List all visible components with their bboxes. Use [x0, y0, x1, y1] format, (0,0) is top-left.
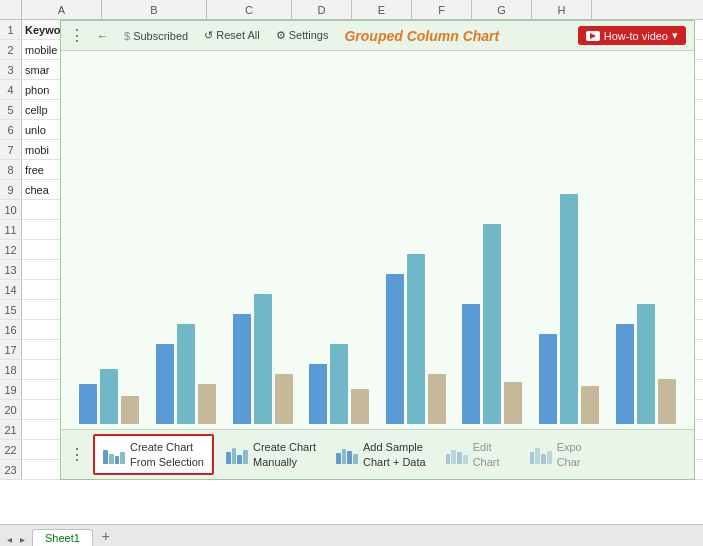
bar — [407, 254, 425, 424]
bar — [79, 384, 97, 424]
bar — [386, 274, 404, 424]
corner-cell — [0, 0, 22, 19]
col-header-e[interactable]: E — [352, 0, 412, 19]
col-header-b[interactable]: B — [102, 0, 207, 19]
bar — [581, 386, 599, 424]
bar — [330, 344, 348, 424]
bar — [504, 382, 522, 424]
bar — [637, 304, 655, 424]
chart-area — [61, 51, 694, 429]
bar — [309, 364, 327, 424]
bar — [198, 384, 216, 424]
row-num: 4 — [0, 80, 22, 99]
row-num: 8 — [0, 160, 22, 179]
bar — [121, 396, 139, 424]
add-sample-chart-button[interactable]: Add SampleChart + Data — [328, 436, 434, 473]
edit-chart-label: EditChart — [473, 440, 500, 469]
row-num: 22 — [0, 440, 22, 459]
col-header-c[interactable]: C — [207, 0, 292, 19]
row-num: 19 — [0, 380, 22, 399]
col-header-f[interactable]: F — [412, 0, 472, 19]
bar — [616, 324, 634, 424]
bar-group-2 — [156, 324, 216, 424]
bar-group-3 — [233, 294, 293, 424]
bar — [156, 344, 174, 424]
bar-group-5 — [386, 254, 446, 424]
row-num: 7 — [0, 140, 22, 159]
bottom-dots-icon[interactable]: ⋮ — [69, 445, 85, 464]
row-num: 9 — [0, 180, 22, 199]
create-chart-from-selection-button[interactable]: Create ChartFrom Selection — [93, 434, 214, 475]
add-sheet-button[interactable]: + — [97, 527, 115, 545]
back-icon: ← — [97, 30, 108, 42]
row-num: 3 — [0, 60, 22, 79]
row-num: 12 — [0, 240, 22, 259]
edit-chart-icon — [446, 446, 468, 464]
row-num: 21 — [0, 420, 22, 439]
bar — [658, 379, 676, 424]
subscribed-button[interactable]: $ Subscribed — [120, 28, 192, 44]
settings-button[interactable]: ⚙ Settings — [272, 27, 333, 44]
row-num: 17 — [0, 340, 22, 359]
bar-group-1 — [79, 369, 139, 424]
sheet1-tab[interactable]: Sheet1 — [32, 529, 93, 546]
youtube-icon — [586, 31, 600, 41]
row-num: 14 — [0, 280, 22, 299]
bar-group-4 — [309, 344, 369, 424]
export-chart-icon — [530, 446, 552, 464]
col-header-d[interactable]: D — [292, 0, 352, 19]
add-sample-chart-label: Add SampleChart + Data — [363, 440, 426, 469]
nav-left-icon[interactable]: ◂ — [4, 533, 15, 546]
bottom-toolbar: ⋮ Create ChartFrom Selection — [61, 429, 694, 479]
bar — [560, 194, 578, 424]
dollar-icon: $ — [124, 30, 130, 42]
row-num: 1 — [0, 20, 22, 39]
reset-label: ↺ Reset All — [204, 29, 259, 42]
create-chart-manually-label: Create ChartManually — [253, 440, 316, 469]
row-num: 23 — [0, 460, 22, 479]
row-num: 6 — [0, 120, 22, 139]
row-num: 15 — [0, 300, 22, 319]
bar — [100, 369, 118, 424]
row-num: 2 — [0, 40, 22, 59]
bar — [483, 224, 501, 424]
create-chart-from-selection-label: Create ChartFrom Selection — [130, 440, 204, 469]
chart-toolbar: ⋮ ← $ Subscribed ↺ Reset All ⚙ Settings … — [61, 21, 694, 51]
column-headers: A B C D E F G H — [0, 0, 703, 20]
row-num: 11 — [0, 220, 22, 239]
export-chart-label: ExpoChar — [557, 440, 582, 469]
add-sample-chart-icon — [336, 446, 358, 464]
reset-all-button[interactable]: ↺ Reset All — [200, 27, 263, 44]
col-header-a[interactable]: A — [22, 0, 102, 19]
chart-title: Grouped Column Chart — [344, 28, 499, 44]
chart-panel: ⋮ ← $ Subscribed ↺ Reset All ⚙ Settings … — [60, 20, 695, 480]
bar — [539, 334, 557, 424]
bar — [428, 374, 446, 424]
bar — [254, 294, 272, 424]
back-button[interactable]: ← — [93, 28, 112, 44]
row-num: 18 — [0, 360, 22, 379]
edit-chart-button[interactable]: EditChart — [438, 436, 518, 473]
chart-from-selection-icon — [103, 446, 125, 464]
bar — [177, 324, 195, 424]
bar — [275, 374, 293, 424]
col-header-g[interactable]: G — [472, 0, 532, 19]
bar — [351, 389, 369, 424]
create-chart-manually-button[interactable]: Create ChartManually — [218, 436, 324, 473]
export-chart-button[interactable]: ExpoChar — [522, 436, 602, 473]
toolbar-dots-icon[interactable]: ⋮ — [69, 26, 85, 45]
row-num: 10 — [0, 200, 22, 219]
row-num: 16 — [0, 320, 22, 339]
create-chart-manually-icon — [226, 446, 248, 464]
chevron-down-icon: ▾ — [672, 29, 678, 42]
col-header-h[interactable]: H — [532, 0, 592, 19]
bar — [462, 304, 480, 424]
spreadsheet: A B C D E F G H 1 Keywords Previous Clic… — [0, 0, 703, 546]
settings-label: ⚙ Settings — [276, 29, 329, 42]
bar — [233, 314, 251, 424]
bar-group-6 — [462, 224, 522, 424]
nav-right-icon[interactable]: ▸ — [17, 533, 28, 546]
how-to-video-button[interactable]: How-to video ▾ — [578, 26, 686, 45]
subscribed-label: Subscribed — [133, 30, 188, 42]
bar-group-8 — [616, 304, 676, 424]
